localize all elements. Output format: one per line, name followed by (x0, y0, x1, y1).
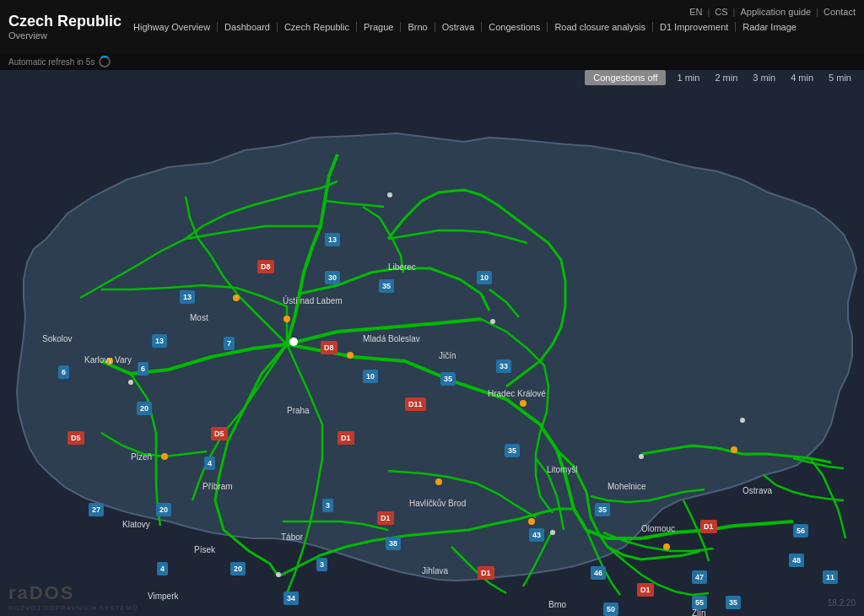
time-1min-button[interactable]: 1 min (672, 71, 704, 84)
svg-point-10 (528, 518, 535, 525)
contact-link[interactable]: Contact (824, 7, 856, 17)
svg-point-11 (435, 478, 442, 485)
svg-point-3 (284, 316, 290, 322)
time-5min-button[interactable]: 5 min (824, 71, 856, 84)
controls-bar: Congestions off 1 min 2 min 3 min 4 min … (585, 70, 856, 85)
congestions-off-button[interactable]: Congestions off (585, 70, 666, 85)
date-stamp: 18.2.20 (828, 598, 856, 608)
nav-item-ostrava[interactable]: Ostrava (435, 22, 483, 32)
svg-point-16 (550, 530, 555, 535)
svg-point-9 (663, 543, 670, 550)
main-nav: Highway OverviewDashboardCzech RepublicP… (127, 22, 856, 32)
lang-en[interactable]: EN (689, 7, 702, 17)
svg-point-14 (490, 319, 495, 324)
footer-tagline: ROZVOJ DOPRAVNÍCH SYSTÉMŮ (8, 604, 138, 612)
lang-cs[interactable]: CS (715, 7, 727, 17)
refresh-bar: Automatic refresh in 5s (0, 53, 864, 70)
svg-point-17 (639, 454, 644, 459)
refresh-label: Automatic refresh in 5s (8, 57, 94, 67)
refresh-icon[interactable] (99, 56, 111, 68)
top-right-links: EN | CS | Application guide | Contact (689, 7, 856, 17)
nav-item-prague[interactable]: Prague (357, 22, 401, 32)
sep3: | (816, 7, 818, 17)
sep2: | (733, 7, 736, 17)
app-guide-link[interactable]: Application guide (740, 7, 811, 17)
nav-item-czech-republic[interactable]: Czech Republic (278, 22, 357, 32)
nav-item-dashboard[interactable]: Dashboard (218, 22, 278, 32)
nav-item-road-closure[interactable]: Road closure analysis (548, 22, 653, 32)
time-2min-button[interactable]: 2 min (710, 71, 742, 84)
nav-item-brno[interactable]: Brno (401, 22, 435, 32)
nav-item-highway-overview[interactable]: Highway Overview (127, 22, 218, 32)
svg-point-5 (106, 358, 113, 365)
svg-point-13 (387, 192, 392, 197)
svg-point-6 (161, 453, 168, 460)
map-area: SokolovKarlovy VaryMostLiberecÚstí nad L… (0, 70, 864, 616)
svg-point-18 (740, 418, 745, 423)
svg-point-15 (128, 380, 133, 385)
svg-point-12 (289, 338, 298, 346)
svg-point-8 (731, 446, 737, 453)
svg-point-4 (347, 352, 354, 359)
svg-point-19 (276, 572, 281, 577)
svg-point-7 (520, 400, 526, 407)
time-4min-button[interactable]: 4 min (786, 71, 818, 84)
app-subtitle: Overview (8, 30, 127, 41)
logo-area: Czech Republic Overview (8, 13, 127, 41)
map-svg (0, 70, 864, 616)
nav-item-d1-improvement[interactable]: D1 Improvement (653, 22, 736, 32)
footer: raDOS ROZVOJ DOPRAVNÍCH SYSTÉMŮ (8, 582, 138, 612)
nav-item-congestions[interactable]: Congestions (482, 22, 548, 32)
header: Czech Republic Overview Highway Overview… (0, 0, 864, 53)
footer-logo: raDOS (8, 582, 138, 604)
app-title: Czech Republic (8, 13, 127, 30)
time-3min-button[interactable]: 3 min (748, 71, 780, 84)
svg-point-2 (233, 294, 240, 301)
sep1: | (707, 7, 710, 17)
nav-item-radar-image[interactable]: Radar Image (736, 22, 803, 32)
